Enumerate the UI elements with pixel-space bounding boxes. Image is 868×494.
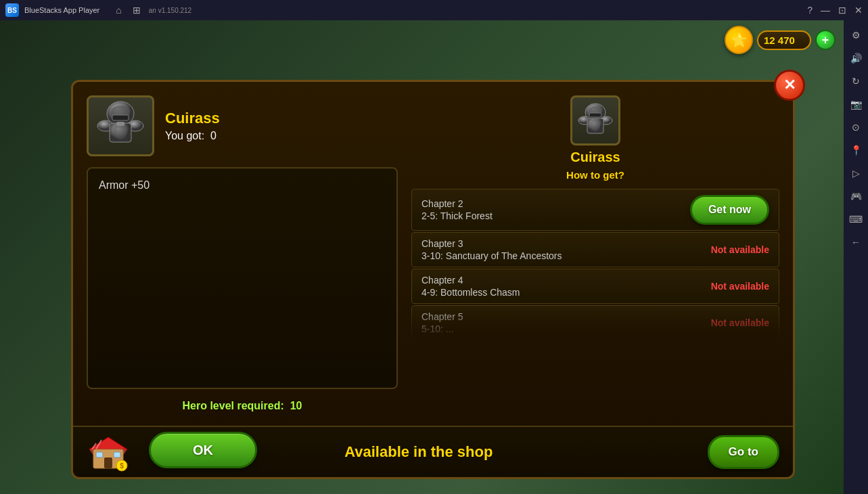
how-to-get-label: How to get?: [566, 169, 624, 181]
hero-level-value: 10: [290, 400, 302, 411]
item-icon-large: [87, 95, 154, 156]
level-3-10-label: 3-10: Sanctuary of The Ancestors: [421, 250, 562, 261]
source-chapter-5: Chapter 5 5-10: ... Not available: [411, 305, 779, 340]
minimize-icon[interactable]: —: [821, 5, 830, 16]
source-info-4: Chapter 4 4-9: Bottomless Chasm: [421, 275, 520, 298]
svg-rect-24: [114, 452, 120, 457]
topbar-controls: ? — ⊡ ✕: [807, 5, 863, 16]
not-available-4: Not available: [711, 281, 769, 292]
gold-coin-icon: ⭐: [725, 26, 753, 54]
sidebar-back-icon[interactable]: ←: [846, 233, 865, 252]
right-sidebar: ⚙ 🔊 ↻ 📷 ⊙ 📍 ▷ 🎮 ⌨ ←: [844, 20, 868, 494]
item-description: Armor +50: [99, 179, 150, 191]
home-icon[interactable]: ⌂: [113, 3, 124, 17]
sidebar-keyboard-icon[interactable]: ⌨: [846, 210, 865, 229]
restore-icon[interactable]: ⊡: [838, 5, 846, 16]
item-dialog: ✕: [71, 80, 795, 479]
svg-rect-7: [116, 122, 124, 126]
gold-counter: ⭐ 12 470 +: [725, 26, 836, 54]
hero-level-required: Hero level required: 10: [87, 400, 398, 412]
dialog-close-button[interactable]: ✕: [774, 70, 805, 101]
item-got-label: You got: 0: [165, 130, 220, 142]
item-detail-header: Cuirass How to get?: [411, 95, 779, 181]
sources-list: Chapter 2 2-5: Thick Forest Get now Chap…: [411, 189, 779, 412]
sidebar-volume-icon[interactable]: 🔊: [846, 49, 865, 68]
armor-illustration: [93, 99, 147, 153]
source-chapter-2: Chapter 2 2-5: Thick Forest Get now: [411, 189, 779, 231]
sidebar-location-icon[interactable]: 📍: [846, 141, 865, 160]
not-available-5: Not available: [711, 317, 769, 328]
sidebar-rotate-icon[interactable]: ↻: [846, 72, 865, 91]
svg-rect-23: [96, 452, 103, 457]
apps-icon[interactable]: ⊞: [130, 3, 143, 17]
item-header: Cuirass You got: 0: [87, 95, 398, 156]
item-detail-name: Cuirass: [570, 150, 620, 165]
chapter-2-label: Chapter 2: [421, 198, 493, 209]
sidebar-macro-icon[interactable]: ▷: [846, 164, 865, 183]
bluestacks-logo: BS: [5, 3, 19, 17]
sidebar-record-icon[interactable]: ⊙: [846, 118, 865, 137]
dialog-body: Cuirass You got: 0 Armor +50 Hero level …: [73, 82, 793, 426]
version-label: an v1.150.212: [149, 7, 191, 14]
shop-svg-icon: $: [87, 430, 130, 474]
chapter-5-label: Chapter 5: [421, 311, 463, 322]
app-title: BlueStacks App Player: [24, 6, 99, 14]
left-panel: Cuirass You got: 0 Armor +50 Hero level …: [87, 95, 398, 412]
level-5-label: 5-10: ...: [421, 323, 463, 334]
source-info-3: Chapter 3 3-10: Sanctuary of The Ancesto…: [421, 238, 562, 261]
item-got-value: 0: [210, 130, 216, 141]
ok-button-container: OK: [135, 432, 257, 468]
sidebar-screenshot-icon[interactable]: 📷: [846, 95, 865, 114]
get-now-button[interactable]: Get now: [690, 195, 769, 225]
svg-rect-22: [104, 457, 112, 468]
go-to-button[interactable]: Go to: [708, 435, 779, 469]
source-info-2: Chapter 2 2-5: Thick Forest: [421, 198, 493, 221]
shop-icon: $: [87, 430, 130, 474]
gold-amount: 12 470: [757, 30, 811, 50]
level-4-9-label: 4-9: Bottomless Chasm: [421, 287, 520, 298]
svg-rect-10: [589, 113, 601, 117]
item-title-block: Cuirass You got: 0: [165, 110, 220, 142]
svg-rect-2: [112, 115, 129, 120]
svg-point-14: [591, 119, 600, 131]
source-chapter-4: Chapter 4 4-9: Bottomless Chasm Not avai…: [411, 269, 779, 304]
window-close-icon[interactable]: ✕: [854, 5, 863, 16]
svg-marker-15: [89, 437, 127, 449]
help-icon[interactable]: ?: [807, 5, 813, 16]
right-panel: Cuirass How to get? Chapter 2 2-5: Thick…: [411, 95, 779, 412]
not-available-3: Not available: [711, 244, 769, 255]
chapter-3-label: Chapter 3: [421, 238, 562, 249]
description-box: Armor +50: [87, 167, 398, 389]
item-name: Cuirass: [165, 110, 220, 127]
svg-text:$: $: [120, 462, 124, 470]
gold-add-button[interactable]: +: [815, 30, 836, 50]
sidebar-gamepad-icon[interactable]: 🎮: [846, 187, 865, 206]
topbar-nav: ⌂ ⊞: [113, 3, 143, 17]
item-icon-medium: [570, 95, 620, 145]
sidebar-settings-icon[interactable]: ⚙: [846, 26, 865, 45]
ok-button[interactable]: OK: [149, 432, 257, 468]
source-info-5: Chapter 5 5-10: ...: [421, 311, 463, 334]
topbar: BS BlueStacks App Player ⌂ ⊞ an v1.150.2…: [0, 0, 868, 20]
source-chapter-3: Chapter 3 3-10: Sanctuary of The Ancesto…: [411, 232, 779, 267]
item-icon-medium-svg: [575, 100, 616, 141]
level-2-5-label: 2-5: Thick Forest: [421, 210, 493, 221]
chapter-4-label: Chapter 4: [421, 275, 520, 286]
